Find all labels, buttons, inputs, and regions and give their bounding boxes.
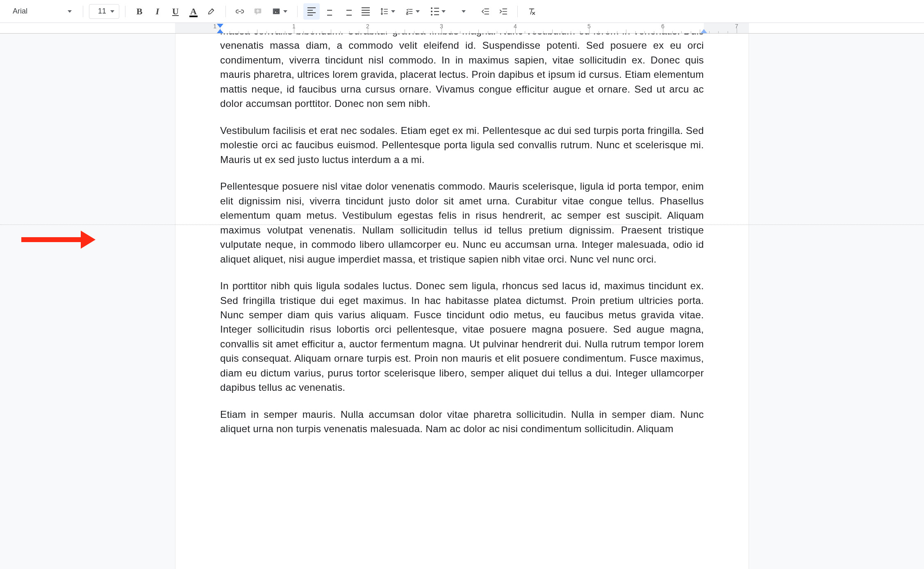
line-spacing-icon: [380, 7, 389, 16]
paragraph[interactable]: Etiam in semper mauris. Nulla accumsan d…: [220, 407, 704, 436]
decrease-indent-icon: [481, 7, 490, 16]
svg-rect-4: [407, 13, 408, 14]
separator: [83, 6, 83, 17]
italic-button[interactable]: I: [149, 3, 166, 20]
document-page[interactable]: massa convallis bibendum. Curabitur grav…: [175, 34, 749, 569]
chevron-down-icon: [283, 10, 287, 13]
align-justify-button[interactable]: [357, 3, 374, 20]
decrease-indent-button[interactable]: [477, 3, 494, 20]
separator: [517, 6, 518, 17]
image-icon: [272, 7, 281, 16]
align-justify-icon: [362, 7, 370, 16]
annotation-arrow: [21, 231, 96, 249]
font-size-select[interactable]: 11: [89, 4, 119, 19]
font-family-select[interactable]: Arial: [7, 4, 77, 19]
increase-indent-icon: [499, 7, 508, 16]
font-size-value: 11: [98, 7, 106, 16]
underline-icon: U: [172, 7, 179, 16]
separator: [225, 6, 226, 17]
paragraph[interactable]: Vestibulum facilisis et erat nec sodales…: [220, 123, 704, 167]
paragraph[interactable]: Pellentesque posuere nisl vitae dolor ve…: [220, 179, 704, 266]
clear-formatting-button[interactable]: [523, 3, 540, 20]
highlight-button[interactable]: [203, 3, 220, 20]
bold-icon: B: [137, 7, 143, 16]
chevron-down-icon: [442, 10, 446, 13]
chevron-down-icon: [391, 10, 395, 13]
highlighter-icon: [207, 7, 216, 16]
clear-formatting-icon: [527, 7, 536, 16]
italic-icon: I: [156, 7, 159, 16]
formatting-toolbar: Arial 11 B I U A: [0, 0, 924, 23]
insert-image-button[interactable]: [268, 3, 291, 20]
paragraph[interactable]: In porttitor nibh quis ligula sodales lu…: [220, 279, 704, 395]
arrow-shaft: [21, 237, 81, 242]
align-center-icon: [325, 7, 334, 16]
chevron-down-icon: [110, 10, 114, 13]
separator: [297, 6, 298, 17]
insert-link-button[interactable]: [232, 3, 248, 20]
font-family-value: Arial: [13, 7, 27, 16]
numbered-list-button[interactable]: [452, 3, 476, 20]
align-left-icon: [307, 7, 316, 16]
checklist-button[interactable]: [401, 3, 425, 20]
chevron-down-icon: [68, 10, 72, 13]
insert-comment-button[interactable]: [250, 3, 266, 20]
align-left-button[interactable]: [303, 3, 320, 20]
horizontal-ruler[interactable]: 11234567: [0, 23, 924, 34]
checklist-icon: [406, 8, 413, 15]
comment-plus-icon: [253, 7, 262, 16]
underline-button[interactable]: U: [167, 3, 184, 20]
line-spacing-button[interactable]: [376, 3, 399, 20]
text-color-button[interactable]: A: [185, 3, 202, 20]
align-right-button[interactable]: [339, 3, 356, 20]
increase-indent-button[interactable]: [495, 3, 512, 20]
chevron-down-icon: [416, 10, 420, 13]
align-center-button[interactable]: [321, 3, 338, 20]
document-workspace: massa convallis bibendum. Curabitur grav…: [0, 34, 924, 569]
text-color-icon: A: [190, 7, 197, 16]
separator: [125, 6, 125, 17]
link-icon: [235, 7, 244, 16]
align-right-icon: [344, 7, 352, 16]
page-break-line: [0, 224, 924, 225]
chevron-down-icon: [462, 10, 466, 13]
arrow-head-icon: [81, 231, 96, 249]
bulleted-list-button[interactable]: [426, 3, 450, 20]
paragraph[interactable]: massa convallis bibendum. Curabitur grav…: [220, 34, 704, 111]
bold-button[interactable]: B: [131, 3, 148, 20]
svg-point-3: [277, 9, 278, 10]
bulleted-list-icon: [431, 7, 439, 16]
